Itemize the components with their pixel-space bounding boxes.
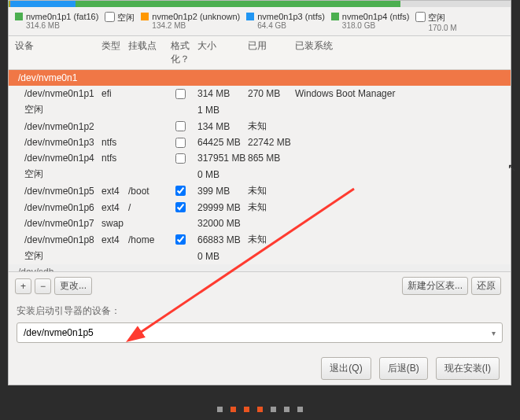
legend-item: nvme0n1p2 (unknown)134.2 MB [141, 12, 240, 32]
table-row[interactable]: /dev/nvme0n1p3ntfs64425 MB22742 MB [9, 134, 511, 150]
cell-used: 未知 [248, 120, 295, 133]
back-button[interactable]: 后退(B) [379, 357, 428, 380]
table-row[interactable]: /dev/nvme0n1 [9, 70, 511, 86]
cell-used: 22742 MB [248, 137, 295, 148]
cell-format [163, 186, 197, 196]
cell-type: ext4 [101, 202, 128, 213]
table-row[interactable]: /dev/nvme0n1p2134 MB未知 [9, 118, 511, 134]
cell-size: 0 MB [197, 169, 248, 180]
cell-type: ntfs [101, 137, 128, 148]
cell-type: ext4 [101, 234, 128, 245]
format-checkbox[interactable] [175, 202, 186, 212]
free-checkbox[interactable] [105, 12, 115, 22]
cell-used: 270 MB [248, 88, 295, 99]
cell-device: /dev/nvme0n1p7 [15, 218, 101, 229]
bootloader-device-select[interactable]: /dev/nvme0n1p5 ▾ [17, 322, 503, 343]
cell-used: 未知 [248, 184, 295, 197]
cell-size: 314 MB [197, 88, 248, 99]
dialog-footer: 退出(Q) 后退(B) 现在安装(I) [9, 351, 511, 386]
cell-device: /dev/nvme0n1p4 [15, 153, 101, 164]
cell-format [163, 153, 197, 164]
table-row[interactable]: 空闲1 MB [9, 101, 511, 118]
header-type: 类型 [101, 39, 128, 66]
format-checkbox[interactable] [175, 89, 186, 99]
cell-mount: / [128, 202, 163, 213]
header-mount: 挂载点 [128, 39, 163, 66]
legend-item: nvme0n1p1 (fat16)314.6 MB [15, 12, 98, 32]
legend-item: nvme0n1p3 (ntfs)64.4 GB [246, 12, 325, 32]
table-row[interactable]: /dev/sdb [9, 264, 511, 271]
installer-window: nvme0n1p1 (fat16)314.6 MB空闲nvme0n1p2 (un… [8, 0, 511, 385]
table-row[interactable]: 空闲0 MB [9, 166, 511, 182]
cell-type: swap [101, 218, 128, 229]
header-device: 设备 [15, 39, 101, 66]
add-partition-button[interactable]: + [15, 278, 31, 294]
table-row[interactable]: /dev/nvme0n1p4ntfs317951 MB865 MB [9, 150, 511, 166]
cell-used: 865 MB [248, 153, 295, 164]
cell-device: 空闲 [15, 249, 101, 263]
bootloader-label: 安装启动引导器的设备： [9, 300, 511, 319]
cell-size: 1 MB [197, 105, 248, 116]
table-row[interactable]: /dev/nvme0n1p1efi314 MB270 MBWindows Boo… [9, 86, 511, 101]
table-row[interactable]: /dev/nvme0n1p7swap32000 MB [9, 216, 511, 231]
page-indicator [0, 407, 520, 412]
remove-partition-button[interactable]: − [35, 278, 51, 294]
table-row[interactable]: /dev/nvme0n1p6ext4/29999 MB未知 [9, 199, 511, 216]
cell-format [163, 121, 197, 131]
header-format: 格式化？ [163, 39, 197, 66]
cell-type: ext4 [101, 186, 128, 197]
cell-device: /dev/sdb [15, 267, 101, 271]
legend-item: nvme0n1p4 (ntfs)318.0 GB [331, 12, 410, 32]
install-now-button[interactable]: 现在安装(I) [436, 357, 500, 380]
cell-mount: /boot [128, 186, 163, 197]
free-checkbox[interactable] [415, 12, 426, 22]
mouse-cursor-icon: ↖ [507, 161, 517, 174]
cell-system: Windows Boot Manager [295, 88, 504, 99]
new-partition-table-button[interactable]: 新建分区表... [402, 277, 468, 295]
header-used: 已用 [248, 39, 295, 66]
format-checkbox[interactable] [175, 186, 186, 196]
quit-button[interactable]: 退出(Q) [321, 357, 371, 380]
cell-format [163, 89, 197, 99]
cell-device: 空闲 [15, 168, 101, 181]
cell-format [163, 234, 197, 245]
cell-device: /dev/nvme0n1 [15, 72, 101, 83]
cell-type: ntfs [101, 153, 128, 164]
cell-device: /dev/nvme0n1p5 [15, 186, 101, 197]
cell-mount: /home [128, 234, 163, 245]
cell-format [163, 202, 197, 212]
cell-format [163, 138, 197, 148]
cell-device: /dev/nvme0n1p8 [15, 234, 101, 245]
cell-size: 0 MB [197, 251, 248, 262]
table-row[interactable]: 空闲0 MB [9, 248, 511, 264]
format-checkbox[interactable] [175, 234, 186, 245]
cell-type: efi [101, 88, 128, 99]
header-system: 已装系统 [295, 39, 504, 66]
cell-size: 32000 MB [197, 218, 248, 229]
cell-device: 空闲 [15, 103, 101, 116]
cell-used: 未知 [248, 201, 295, 214]
legend-free: 空闲 [105, 12, 135, 32]
table-row[interactable]: /dev/nvme0n1p8ext4/home66883 MB未知 [9, 231, 511, 248]
disk-usage-bar [9, 1, 511, 7]
format-checkbox[interactable] [175, 153, 186, 164]
cell-size: 134 MB [197, 121, 248, 132]
cell-size: 66883 MB [197, 234, 248, 245]
cell-size: 64425 MB [197, 137, 248, 148]
cell-size: 29999 MB [197, 202, 248, 213]
cell-used: 未知 [248, 233, 295, 246]
revert-button[interactable]: 还原 [471, 277, 501, 295]
legend-free: 空闲170.0 M [415, 12, 456, 32]
change-partition-button[interactable]: 更改... [54, 277, 92, 295]
bootloader-device-value: /dev/nvme0n1p5 [24, 327, 94, 338]
format-checkbox[interactable] [175, 121, 186, 131]
cell-device: /dev/nvme0n1p6 [15, 202, 101, 213]
cell-device: /dev/nvme0n1p1 [15, 88, 101, 99]
format-checkbox[interactable] [175, 138, 186, 148]
partition-table: 设备 类型 挂载点 格式化？ 大小 已用 已装系统 /dev/nvme0n1/d… [9, 35, 511, 271]
table-row[interactable]: /dev/nvme0n1p5ext4/boot399 MB未知 [9, 182, 511, 199]
partition-toolbar: + − 更改... 新建分区表... 还原 [9, 271, 511, 300]
header-size: 大小 [197, 39, 248, 66]
cell-device: /dev/nvme0n1p3 [15, 137, 101, 148]
table-body[interactable]: /dev/nvme0n1/dev/nvme0n1p1efi314 MB270 M… [9, 70, 511, 271]
